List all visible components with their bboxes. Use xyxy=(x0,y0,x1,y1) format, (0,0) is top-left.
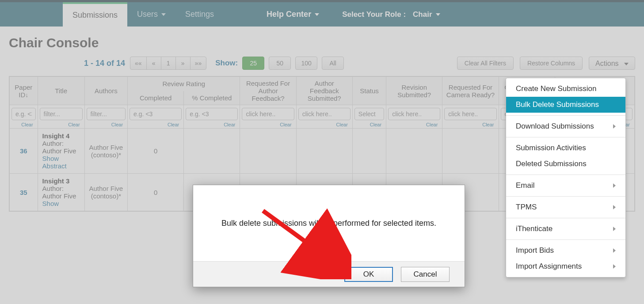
action-create-new-submission[interactable]: Create New Submission xyxy=(506,81,625,97)
menu-label: Email xyxy=(516,181,535,190)
actions-dropdown: Create New Submission Bulk Delete Submis… xyxy=(506,78,626,277)
ok-button[interactable]: OK xyxy=(344,267,393,282)
menu-label: Import Bids xyxy=(516,246,554,255)
confirm-dialog: Bulk delete submissions will be performe… xyxy=(193,185,465,287)
action-submission-activities[interactable]: Submission Activities xyxy=(506,140,625,156)
menu-separator xyxy=(506,137,625,137)
menu-label: Import Assignments xyxy=(516,262,582,271)
chevron-right-icon xyxy=(613,205,616,209)
action-tpms[interactable]: TPMS xyxy=(506,199,625,215)
action-download-submissions[interactable]: Download Submissions xyxy=(506,118,625,134)
dialog-footer: OK Cancel xyxy=(193,261,465,287)
menu-label: iThenticate xyxy=(516,224,553,233)
action-deleted-submissions[interactable]: Deleted Submissions xyxy=(506,156,625,172)
action-import-bids[interactable]: Import Bids xyxy=(506,243,625,258)
chevron-right-icon xyxy=(613,248,616,253)
dialog-message: Bulk delete submissions will be performe… xyxy=(193,185,465,261)
menu-separator xyxy=(506,218,625,218)
chevron-right-icon xyxy=(613,183,616,188)
menu-label: Download Submissions xyxy=(516,122,594,131)
menu-separator xyxy=(506,175,625,175)
menu-separator xyxy=(506,239,625,240)
chevron-right-icon xyxy=(613,264,616,269)
menu-separator xyxy=(506,115,625,116)
action-email[interactable]: Email xyxy=(506,178,625,194)
chevron-right-icon xyxy=(613,227,616,231)
menu-label: TPMS xyxy=(516,203,537,212)
action-ithenticate[interactable]: iThenticate xyxy=(506,221,625,237)
menu-separator xyxy=(506,196,625,197)
chevron-right-icon xyxy=(613,124,616,129)
cancel-button[interactable]: Cancel xyxy=(401,267,450,282)
action-import-assignments[interactable]: Import Assignments xyxy=(506,258,625,274)
action-bulk-delete-submissions[interactable]: Bulk Delete Submissions xyxy=(506,97,625,113)
